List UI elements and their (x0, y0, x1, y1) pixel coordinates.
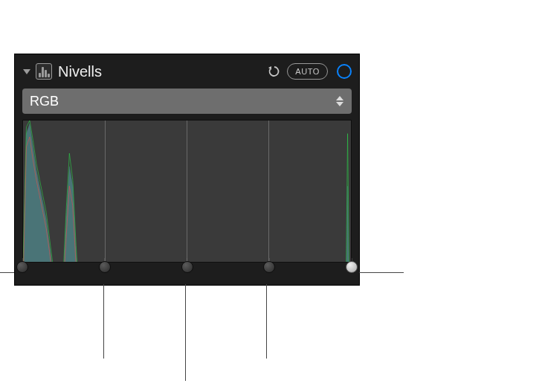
disclosure-triangle-icon[interactable] (22, 67, 31, 76)
callout-line (103, 284, 104, 359)
gridline (268, 121, 269, 262)
handle-white-point[interactable] (346, 261, 358, 273)
histogram (22, 120, 352, 263)
auto-button[interactable]: AUTO (287, 63, 328, 80)
panel-title: Nivells (57, 63, 262, 80)
svg-marker-3 (336, 102, 343, 106)
levels-panel: Nivells AUTO RGB (14, 54, 360, 286)
channel-row: RGB (22, 89, 352, 114)
callout-line (359, 272, 404, 273)
callout-line (266, 284, 267, 359)
callout-line (185, 284, 186, 381)
handle-highlights[interactable] (263, 261, 275, 273)
svg-marker-0 (23, 69, 30, 74)
stepper-icon (335, 96, 344, 106)
svg-marker-2 (336, 96, 343, 100)
handles-track (22, 263, 352, 285)
handle-shadows[interactable] (99, 261, 111, 273)
reset-button[interactable] (266, 63, 283, 80)
channel-select[interactable]: RGB (22, 89, 352, 114)
gridline (105, 121, 106, 262)
panel-header: Nivells AUTO (22, 59, 352, 84)
handle-midtones[interactable] (181, 261, 193, 273)
handle-black-point[interactable] (16, 261, 28, 273)
auto-button-label: AUTO (295, 67, 320, 76)
callout-line (0, 272, 14, 273)
gridline (187, 121, 187, 262)
channel-select-label: RGB (30, 94, 59, 109)
enable-toggle[interactable] (337, 64, 352, 79)
levels-icon (36, 63, 52, 80)
